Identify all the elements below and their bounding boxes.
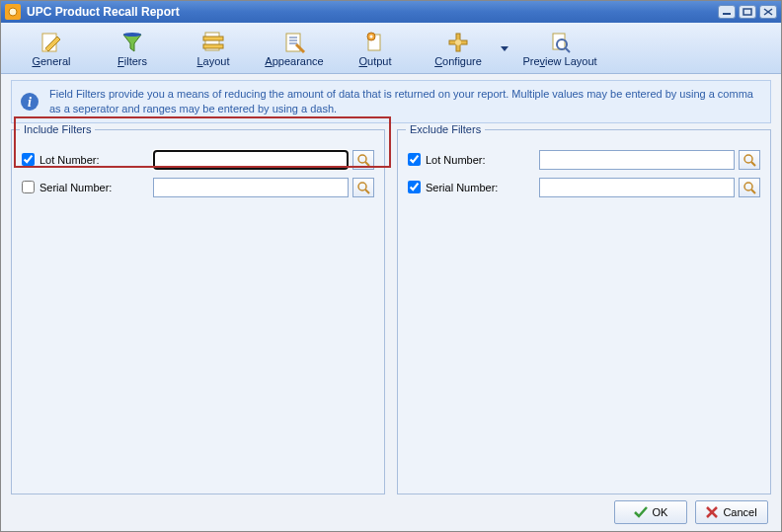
layout-icon [201,30,225,55]
exclude-legend: Exclude Filters [406,123,485,135]
svg-rect-10 [286,34,300,51]
svg-rect-2 [743,9,751,15]
svg-rect-9 [203,44,223,48]
magnifier-icon [356,153,370,167]
svg-line-32 [751,190,755,193]
exclude-serial-row: Serial Number: [408,176,760,199]
title-bar: UPC Product Recall Report [1,1,781,23]
svg-point-31 [744,183,752,190]
exclude-lot-lookup-button[interactable] [739,150,760,170]
svg-point-16 [370,35,373,38]
include-serial-row: Serial Number: [22,176,374,199]
magnifier-icon [743,181,756,194]
info-strip: i Field Filters provide you a means of r… [11,80,771,123]
include-lot-lookup-button[interactable] [352,150,374,170]
minimize-button[interactable] [718,5,736,19]
svg-line-30 [751,162,755,166]
configure-icon [446,30,470,55]
svg-point-27 [358,183,366,190]
toolbar-configure[interactable]: Configure [416,25,510,72]
pencil-icon [39,30,63,55]
exclude-lot-row: Lot Number: [408,148,760,172]
magnifier-icon [743,153,756,167]
exclude-serial-input[interactable] [539,178,735,197]
toolbar: General Filters Layout Appearance Output… [1,23,781,74]
exclude-serial-lookup-button[interactable] [739,178,760,197]
exclude-lot-input[interactable] [539,150,735,170]
funnel-icon [120,30,144,55]
window-title: UPC Product Recall Report [27,5,715,19]
ok-button[interactable]: OK [614,500,687,524]
info-icon: i [20,92,39,112]
svg-point-19 [455,39,461,45]
toolbar-layout[interactable]: Layout [173,25,254,72]
toolbar-filters[interactable]: Filters [92,25,173,72]
include-filters-group: Include Filters Lot Number: Serial Numbe… [11,129,385,494]
exclude-lot-checkbox[interactable] [408,153,421,166]
x-icon [706,506,718,518]
exclude-filters-group: Exclude Filters Lot Number: Serial Numbe… [397,129,771,494]
exclude-serial-checkbox[interactable] [408,181,421,193]
svg-point-6 [123,33,141,37]
cancel-label: Cancel [723,506,756,518]
include-lot-input[interactable] [153,150,349,170]
svg-line-22 [566,48,570,52]
dialog-buttons: OK Cancel [614,500,768,524]
include-serial-label: Serial Number: [39,182,153,193]
toolbar-output[interactable]: Output [335,25,416,72]
include-serial-input[interactable] [153,178,349,197]
info-text: Field Filters provide you a means of red… [49,87,762,116]
main-area: Include Filters Lot Number: Serial Numbe… [1,129,781,494]
include-serial-checkbox[interactable] [22,181,35,193]
svg-line-26 [365,162,369,166]
preview-icon [548,30,572,55]
exclude-serial-label: Serial Number: [426,182,539,193]
toolbar-general[interactable]: General [11,25,92,72]
maximize-button[interactable] [739,5,756,19]
exclude-lot-label: Lot Number: [426,154,539,166]
magnifier-icon [356,181,370,194]
svg-line-28 [365,190,369,193]
chevron-down-icon [501,42,508,54]
app-icon [5,4,21,20]
svg-rect-1 [723,13,731,15]
check-icon [634,506,648,518]
cancel-button[interactable]: Cancel [695,500,768,524]
svg-point-0 [9,8,17,16]
include-lot-label: Lot Number: [39,154,153,166]
svg-text:i: i [28,95,32,110]
include-lot-checkbox[interactable] [22,153,35,166]
toolbar-preview-layout[interactable]: Preview Layout [510,25,609,72]
close-button[interactable] [759,5,777,19]
include-lot-row: Lot Number: [22,148,374,172]
output-icon [363,30,387,55]
svg-point-29 [744,155,752,163]
include-serial-lookup-button[interactable] [352,178,374,197]
svg-rect-8 [203,37,223,40]
toolbar-appearance[interactable]: Appearance [254,25,335,72]
include-legend: Include Filters [20,123,95,135]
svg-point-25 [358,155,366,163]
appearance-icon [282,30,306,55]
